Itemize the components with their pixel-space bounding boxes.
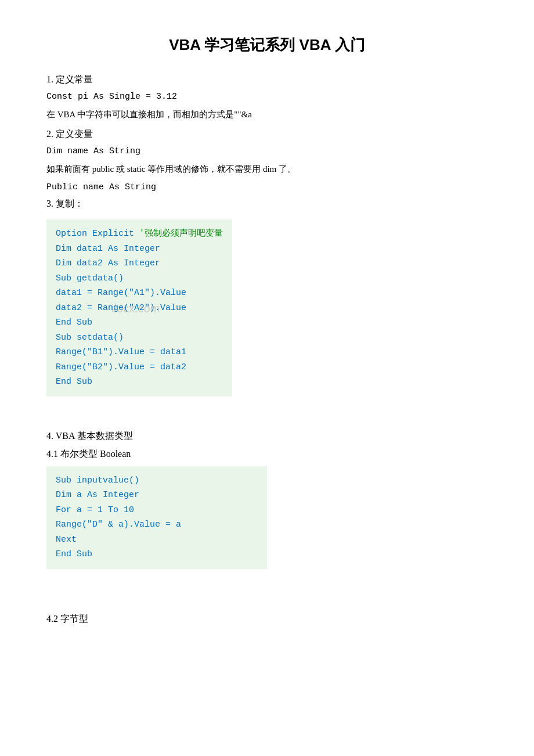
code-line-6: data2 = Range("A2").Value xyxy=(56,301,223,316)
code-line-3: Dim data2 As Integer xyxy=(56,256,223,271)
section-1-prose: 在 VBA 中字符串可以直接相加，而相加的方式是""&a xyxy=(46,107,488,123)
section-2-code-line-2: Public name As String xyxy=(46,182,488,192)
code2-line-4: Range("D" & a).Value = a xyxy=(56,517,258,532)
section-4-1-heading: 4.1 布尔类型 Boolean xyxy=(46,448,488,460)
code-block-1-wrapper: Option Explicit '强制必须声明吧变量 Dim data1 As … xyxy=(46,216,232,407)
code2-line-3: For a = 1 To 10 xyxy=(56,503,258,518)
section-2-heading: 2. 定义变量 xyxy=(46,128,488,141)
code-line-4: Sub getdata() xyxy=(56,271,223,286)
code-line-8: Sub setdata() xyxy=(56,330,223,345)
code-line-11: End Sub xyxy=(56,375,223,390)
code-line-5: data1 = Range("A1").Value xyxy=(56,286,223,301)
code2-line-5: Next xyxy=(56,532,258,548)
code-line-9: Range("B1").Value = data1 xyxy=(56,345,223,360)
code-block-1: Option Explicit '强制必须声明吧变量 Dim data1 As … xyxy=(46,219,232,397)
section-4-heading: 4. VBA 基本数据类型 xyxy=(46,430,488,442)
section-1-code-line-1: Const pi As Single = 3.12 xyxy=(46,92,488,102)
section-3-heading: 3. 复制： xyxy=(46,198,488,210)
section-4-2-heading: 4.2 字节型 xyxy=(46,613,488,625)
code-block-2: Sub inputvalue() Dim a As Integer For a … xyxy=(46,466,267,569)
code-line-2: Dim data1 As Integer xyxy=(56,242,223,257)
code2-line-1: Sub inputvalue() xyxy=(56,473,258,488)
section-2-code-line-1: Dim name As String xyxy=(46,146,488,156)
code-line-7: End Sub xyxy=(56,315,223,330)
code2-line-6: End Sub xyxy=(56,547,258,562)
code2-line-2: Dim a As Integer xyxy=(56,488,258,503)
page-title: VBA 学习笔记系列 VBA 入门 xyxy=(46,35,488,55)
section-2-prose: 如果前面有 public 或 static 等作用域的修饰，就不需要用 dim … xyxy=(46,162,488,177)
code-line-10: Range("B2").Value = data2 xyxy=(56,360,223,375)
code-line-1: Option Explicit '强制必须声明吧变量 xyxy=(56,226,223,242)
section-1-heading: 1. 定义常量 xyxy=(46,74,488,86)
